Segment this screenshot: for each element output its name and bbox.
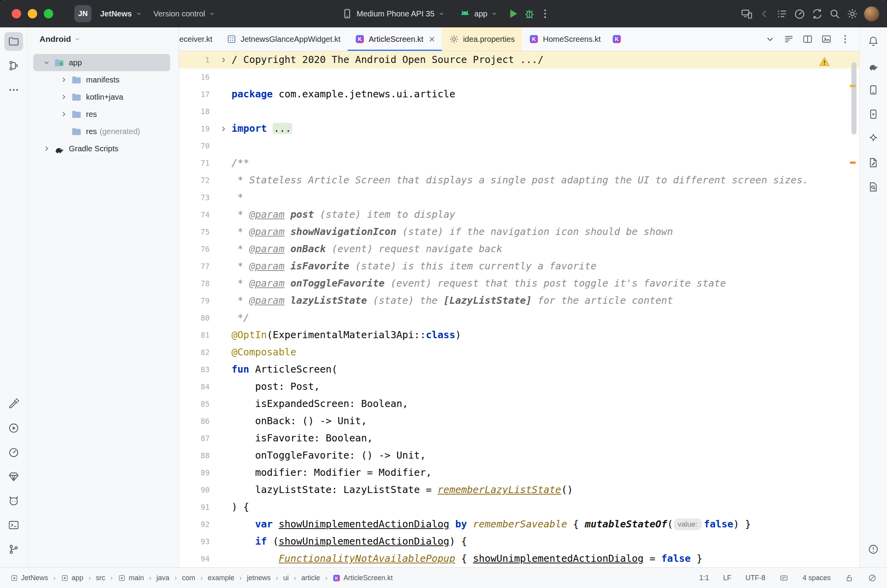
encoding[interactable]: UTF-8: [745, 574, 765, 582]
inspection-warning-icon[interactable]: [819, 56, 830, 68]
close-tab-icon[interactable]: ×: [429, 34, 435, 44]
tree-item-kotlin+java[interactable]: kotlin+java: [33, 88, 170, 106]
fold-marker-icon[interactable]: ›: [222, 120, 225, 137]
run-configuration-selector[interactable]: app: [454, 4, 503, 23]
chevron-right-icon[interactable]: [58, 75, 69, 84]
line-number[interactable]: 85: [179, 395, 232, 412]
find-button[interactable]: [864, 177, 883, 196]
more-v-icon[interactable]: [840, 34, 851, 45]
warning-stripe-mark[interactable]: [850, 85, 856, 87]
project-widget[interactable]: JetNews: [95, 4, 148, 23]
line-number[interactable]: 87: [179, 430, 232, 447]
structure-tool-button[interactable]: [4, 56, 23, 75]
line-number[interactable]: 83: [179, 361, 232, 378]
version-control-tool-button[interactable]: [4, 540, 23, 559]
project-view-selector[interactable]: Android: [28, 27, 179, 51]
tab-JetnewsGlanceAppWidget.kt[interactable]: JetnewsGlanceAppWidget.kt: [219, 27, 348, 51]
caret-position[interactable]: 1:1: [699, 574, 709, 582]
zoom-window-button[interactable]: [44, 9, 53, 18]
tab-clipped[interactable]: K: [608, 27, 623, 51]
tab-Receiver.kt[interactable]: Receiver.kt: [179, 27, 219, 51]
line-number[interactable]: 80: [179, 309, 232, 326]
preview-image-icon[interactable]: [821, 34, 832, 45]
line-number[interactable]: 17: [179, 86, 232, 103]
line-number[interactable]: 84: [179, 378, 232, 395]
app-quality-insights-tool-button[interactable]: [4, 467, 23, 486]
indentation[interactable]: 4 spaces: [803, 574, 831, 582]
line-number[interactable]: 79: [179, 292, 232, 309]
run-button[interactable]: [506, 7, 520, 20]
line-number[interactable]: 71: [179, 154, 232, 172]
warning-stripe-mark[interactable]: [850, 161, 856, 164]
breadcrumb-src[interactable]: src: [96, 574, 105, 582]
tree-item-res[interactable]: res(generated): [33, 123, 170, 140]
line-number[interactable]: 78: [179, 275, 232, 292]
line-number[interactable]: 76: [179, 240, 232, 258]
line-number[interactable]: 89: [179, 464, 232, 481]
tree-item-res[interactable]: res: [33, 106, 170, 123]
line-number[interactable]: 91: [179, 498, 232, 516]
line-number[interactable]: 92: [179, 516, 232, 533]
line-number[interactable]: 86: [179, 412, 232, 430]
device-selector[interactable]: Medium Phone API 35: [336, 4, 451, 23]
breadcrumb-article[interactable]: article: [301, 574, 320, 582]
device-manager-button[interactable]: [864, 81, 883, 99]
minimize-window-button[interactable]: [28, 9, 37, 18]
file-lock[interactable]: [845, 574, 854, 583]
line-number[interactable]: 18: [179, 103, 232, 120]
status-widget[interactable]: [779, 574, 788, 583]
breadcrumb-jetnews[interactable]: jetnews: [247, 574, 271, 582]
breadcrumb-ui[interactable]: ui: [283, 574, 289, 582]
window-controls[interactable]: [12, 9, 53, 18]
tab-ArticleScreen.kt[interactable]: KArticleScreen.kt×: [348, 27, 442, 51]
tree-item-Gradle Scripts[interactable]: Gradle Scripts: [33, 140, 170, 157]
more-actions-button[interactable]: [539, 8, 551, 20]
line-number[interactable]: 16: [179, 68, 232, 86]
line-number[interactable]: 1›: [179, 51, 232, 68]
project-tool-button[interactable]: [4, 32, 23, 51]
split-editor-icon[interactable]: [802, 34, 813, 45]
line-number[interactable]: 73: [179, 189, 232, 206]
line-number[interactable]: 74: [179, 206, 232, 223]
line-number[interactable]: 82: [179, 344, 232, 361]
notifications-button[interactable]: [864, 32, 883, 51]
line-number[interactable]: 93: [179, 533, 232, 550]
line-separator[interactable]: LF: [723, 574, 731, 582]
breadcrumb-app[interactable]: app: [61, 574, 83, 582]
gemini-button[interactable]: [864, 129, 883, 148]
breadcrumb-java[interactable]: java: [156, 574, 169, 582]
avatar[interactable]: [864, 6, 879, 22]
sync-button[interactable]: [811, 8, 823, 20]
gauge-button[interactable]: [794, 8, 806, 20]
line-number[interactable]: 77: [179, 258, 232, 275]
breadcrumb-main[interactable]: main: [118, 574, 144, 582]
task-list-button[interactable]: [776, 8, 788, 20]
gear-button[interactable]: [846, 8, 858, 20]
line-number[interactable]: 88: [179, 447, 232, 464]
terminal-tool-button[interactable]: [4, 516, 23, 534]
chevron-right-icon[interactable]: [58, 110, 69, 118]
line-number[interactable]: 70: [179, 137, 232, 154]
edit-run-configs-button[interactable]: [864, 153, 883, 172]
more-tool-windows-button[interactable]: [4, 81, 23, 99]
vcs-widget[interactable]: Version control: [148, 4, 221, 23]
logcat-tool-button[interactable]: [4, 491, 23, 510]
chevron-down-icon[interactable]: [41, 58, 52, 67]
fold-marker-icon[interactable]: ›: [222, 51, 225, 68]
chevron-right-icon[interactable]: [41, 144, 52, 153]
profiler-tool-button[interactable]: [4, 443, 23, 462]
line-number[interactable]: 19›: [179, 120, 232, 137]
build-tool-button[interactable]: [4, 394, 23, 413]
running-devices-button[interactable]: [864, 105, 883, 124]
line-number[interactable]: 72: [179, 172, 232, 189]
line-number[interactable]: 94: [179, 550, 232, 567]
breadcrumb-com[interactable]: com: [182, 574, 195, 582]
breadcrumb-ArticleScreen.kt[interactable]: KArticleScreen.kt: [332, 574, 393, 582]
line-number[interactable]: 90: [179, 481, 232, 498]
gradle-button[interactable]: [864, 56, 883, 75]
inspections-widget[interactable]: [868, 574, 877, 583]
tree-item-manifests[interactable]: manifests: [33, 71, 170, 88]
breadcrumb-example[interactable]: example: [208, 574, 234, 582]
chevron-right-icon[interactable]: [58, 93, 69, 101]
close-window-button[interactable]: [12, 9, 21, 18]
